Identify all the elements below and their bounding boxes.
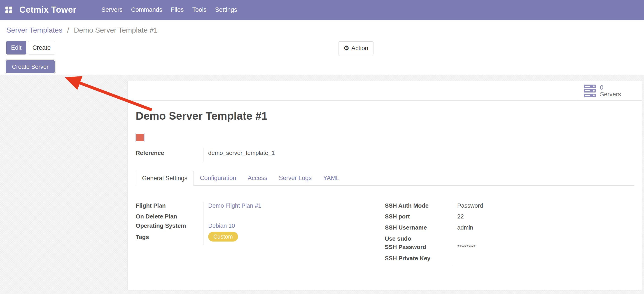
menu-item-settings[interactable]: Settings (211, 6, 242, 13)
tab-access[interactable]: Access (248, 171, 267, 186)
field-label-flight-plan: Flight Plan (136, 202, 166, 209)
field-value-ssh-password: ******** (457, 244, 476, 251)
field-value-ssh-auth-mode: Password (457, 202, 483, 209)
servers-stat-button[interactable]: 0 Servers (577, 81, 642, 100)
breadcrumb: Server Templates / Demo Server Template … (6, 26, 158, 34)
action-menu-button[interactable]: ⚙ Action (338, 41, 374, 55)
menu-item-tools[interactable]: Tools (188, 6, 211, 13)
tab-yaml[interactable]: YAML (323, 171, 340, 186)
create-button[interactable]: Create (28, 41, 55, 55)
control-panel: Server Templates / Demo Server Template … (0, 20, 644, 57)
menu-item-files[interactable]: Files (166, 6, 188, 13)
field-label-tags: Tags (136, 234, 149, 241)
field-label-operating-system: Operating System (136, 222, 186, 229)
apps-grid-square (6, 11, 8, 13)
field-label-ssh-auth-mode: SSH Auth Mode (385, 202, 428, 209)
field-separator (203, 148, 204, 162)
apps-grid-square (6, 7, 8, 10)
breadcrumb-current: Demo Server Template #1 (74, 26, 158, 34)
tab-server-logs[interactable]: Server Logs (279, 171, 312, 186)
color-swatch (136, 133, 144, 142)
menu-item-commands[interactable]: Commands (127, 6, 166, 13)
field-label-ssh-private-key: SSH Private Key (385, 255, 430, 262)
server-template-form-card: 0 Servers Demo Server Template #1 Refere… (128, 81, 642, 290)
server-rack-icon (584, 85, 596, 97)
stat-text: 0 Servers (600, 84, 621, 98)
field-label-use-sudo: Use sudo (385, 235, 411, 242)
top-navbar: Cetmix Tower Servers Commands Files Tool… (0, 0, 644, 20)
record-title: Demo Server Template #1 (136, 110, 267, 122)
tab-configuration[interactable]: Configuration (200, 171, 236, 186)
main-menu: Servers Commands Files Tools Settings (97, 6, 242, 13)
breadcrumb-separator: / (67, 26, 69, 34)
apps-grid-square (9, 11, 12, 13)
server-actions-toolbar: Create Server (0, 57, 644, 75)
gear-icon: ⚙ (344, 45, 349, 51)
field-label-reference: Reference (136, 150, 164, 157)
field-label-ssh-password: SSH Password (385, 244, 426, 251)
field-value-flight-plan[interactable]: Demo Flight Plan #1 (208, 202, 262, 209)
field-label-ssh-port: SSH port (385, 213, 410, 220)
page: Cetmix Tower Servers Commands Files Tool… (0, 0, 644, 294)
field-value-ssh-username: admin (457, 224, 473, 231)
field-label-ssh-username: SSH Username (385, 224, 427, 231)
edit-button[interactable]: Edit (6, 41, 26, 55)
field-value-reference: demo_server_template_1 (208, 150, 275, 157)
field-separator (453, 202, 453, 265)
apps-grid-icon[interactable] (6, 7, 12, 13)
apps-grid-square (9, 7, 12, 10)
stat-label: Servers (600, 91, 621, 98)
breadcrumb-parent-link[interactable]: Server Templates (6, 26, 62, 34)
tag-badge-custom[interactable]: Custom (208, 232, 238, 241)
stat-value: 0 (600, 84, 621, 91)
tab-general-settings[interactable]: General Settings (136, 171, 194, 186)
app-brand[interactable]: Cetmix Tower (20, 5, 76, 15)
field-separator (203, 202, 204, 245)
menu-item-servers[interactable]: Servers (97, 6, 127, 13)
field-value-ssh-port: 22 (457, 213, 464, 220)
field-label-on-delete-plan: On Delete Plan (136, 213, 177, 220)
form-header: 0 Servers (128, 81, 642, 101)
notebook-tabs: General Settings Configuration Access Se… (136, 171, 634, 186)
action-menu-label: Action (351, 45, 368, 52)
field-value-operating-system[interactable]: Debian 10 (208, 222, 235, 229)
create-server-button[interactable]: Create Server (6, 60, 55, 73)
